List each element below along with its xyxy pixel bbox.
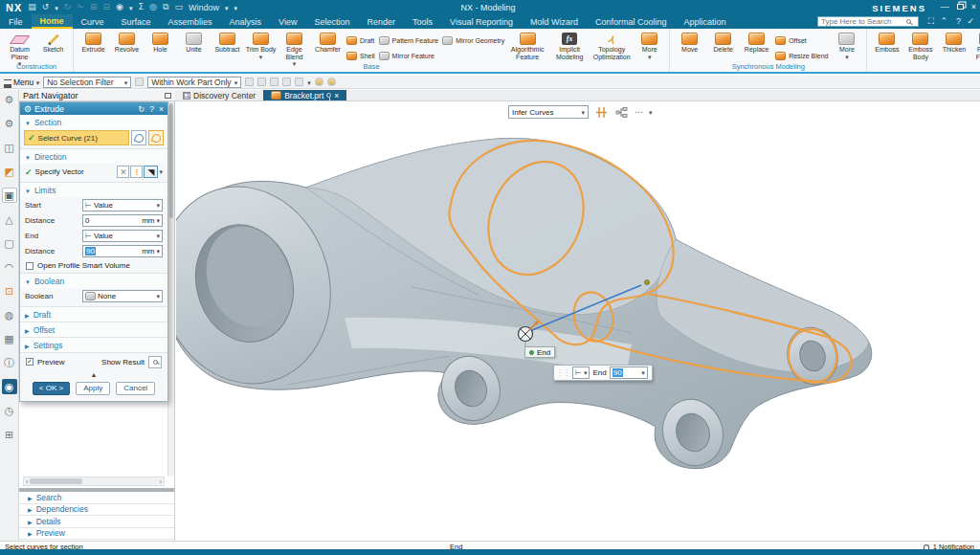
render-style-icon[interactable] (315, 78, 323, 86)
offset-button[interactable]: Offset (773, 33, 830, 48)
apply-button[interactable]: Apply (76, 382, 110, 395)
trim-body-button[interactable]: Trim Body (244, 31, 278, 60)
thicken-button[interactable]: Thicken (937, 31, 970, 54)
shaded-view-icon[interactable] (327, 78, 336, 86)
snap-point-icon[interactable] (245, 78, 254, 86)
reuse-library-icon[interactable]: △ (2, 211, 17, 227)
section-header-section[interactable]: Section (20, 115, 167, 129)
tab-curve[interactable]: Curve (73, 14, 113, 29)
undock-icon[interactable] (165, 93, 171, 99)
more-caret-icon[interactable] (648, 54, 652, 61)
search-input[interactable] (818, 17, 906, 26)
tab-render[interactable]: Render (359, 14, 405, 29)
command-finder-mic-icon[interactable]: ⵉ (138, 3, 144, 11)
follow-curve-icon[interactable] (614, 105, 629, 119)
preview-checkbox[interactable]: ✓ (26, 358, 33, 366)
restore-button[interactable] (957, 4, 964, 10)
end-distance-input[interactable]: 90mm (82, 245, 163, 257)
drag-grip-icon[interactable]: ⋮⋮ (556, 368, 569, 377)
section-dependencies[interactable]: Dependencies (19, 504, 174, 517)
tab-visual-reporting[interactable]: Visual Reporting (441, 14, 522, 29)
window-menu-caret-icon[interactable] (225, 3, 229, 12)
paste-icon[interactable]: ⊟ (103, 3, 111, 11)
snap-options-caret-icon[interactable] (307, 78, 311, 87)
confirm-icon[interactable]: ✓ (967, 16, 974, 26)
copy-icon[interactable]: ⊞ (90, 3, 98, 11)
menu-button[interactable]: Menu (4, 78, 39, 87)
dialog-header[interactable]: ⚙ Extrude ↻ ? × (20, 102, 167, 115)
renew-feature-button[interactable]: Renew Feature (970, 31, 980, 60)
undo-dropdown-icon[interactable] (55, 3, 58, 12)
chamfer-button[interactable]: Chamfer (311, 31, 345, 54)
save-icon[interactable]: ▤ (28, 3, 36, 11)
base-more-button[interactable]: More (633, 31, 666, 60)
scrollbar-thumb[interactable] (30, 478, 82, 484)
onscreen-distance-input[interactable]: 90 (610, 366, 648, 379)
bracket-3d-model[interactable] (176, 101, 980, 541)
open-profile-checkbox[interactable] (26, 262, 33, 270)
pattern-feature-button[interactable]: Pattern Feature (377, 33, 441, 48)
sketch-section-button[interactable] (148, 130, 164, 145)
end-type-dropdown[interactable]: ⊢Value (82, 230, 163, 242)
algorithmic-feature-button[interactable]: Algorithmic Feature (506, 31, 548, 60)
scope-dropdown[interactable]: Within Work Part Only (147, 77, 241, 88)
tab-surface[interactable]: Surface (113, 14, 160, 29)
scrollbar-thumb[interactable] (169, 103, 173, 218)
tab-home[interactable]: Home (32, 14, 73, 29)
minimize-ribbon-icon[interactable]: ⌃ (940, 16, 947, 26)
capture-icon[interactable]: ◉ (116, 3, 123, 11)
boolean-dropdown[interactable]: None (82, 290, 163, 302)
selection-filter-dropdown[interactable]: No Selection Filter (43, 77, 131, 88)
cascade-windows-icon[interactable]: ⧉ (163, 3, 168, 11)
hd3d-tools-icon[interactable]: ▢ (2, 235, 17, 251)
stop-at-intersection-icon[interactable] (594, 105, 609, 119)
tab-selection[interactable]: Selection (305, 14, 358, 29)
intersection-snap-icon[interactable] (282, 78, 291, 86)
tab-file[interactable]: File (0, 14, 32, 29)
capture-dropdown-icon[interactable] (129, 3, 133, 12)
qat-customize-icon[interactable] (234, 3, 237, 12)
filter-icon[interactable] (135, 78, 144, 86)
section-header-offset[interactable]: Offset (20, 322, 167, 337)
tab-analysis[interactable]: Analysis (221, 14, 271, 29)
dialog-close-icon[interactable]: × (159, 104, 164, 114)
implicit-modeling-button[interactable]: Implicit Modeling (548, 31, 590, 60)
revolve-button[interactable]: Revolve (110, 31, 144, 54)
section-header-boolean[interactable]: Boolean (20, 274, 167, 288)
clear-vector-icon[interactable]: ✕ (117, 166, 129, 178)
tab-conformal-cooling[interactable]: Conformal Cooling (587, 14, 676, 29)
cut-icon[interactable]: ✁ (77, 3, 84, 11)
vector-dialog-icon[interactable]: ◥ (144, 166, 158, 178)
arc-center-snap-icon[interactable] (295, 78, 303, 86)
constraint-navigator-icon[interactable]: ◫ (2, 140, 17, 155)
section-details[interactable]: Details (19, 516, 174, 528)
section-preview[interactable]: Preview (19, 528, 174, 541)
internet-explorer-icon[interactable]: ◉ (2, 379, 17, 394)
tab-tools[interactable]: Tools (404, 14, 441, 29)
manage-icon[interactable]: ⓘ (2, 355, 17, 370)
reset-icon[interactable]: ↻ (138, 104, 145, 114)
measure-icon[interactable]: ◍ (2, 307, 17, 322)
sync-more-button[interactable]: More (830, 31, 863, 60)
open-profile-row[interactable]: Open Profile Smart Volume (20, 258, 167, 273)
layers-icon[interactable]: ⊡ (2, 283, 17, 299)
inferred-vector-icon[interactable]: ! (130, 166, 143, 178)
process-studio-icon[interactable]: ▦ (2, 331, 17, 346)
minimize-button[interactable]: — (941, 2, 949, 11)
trim-body-caret-icon[interactable] (259, 54, 263, 61)
section-header-direction[interactable]: Direction (20, 149, 167, 164)
scroll-right-arrow[interactable]: › (160, 478, 162, 485)
ok-button[interactable]: < OK > (33, 382, 70, 395)
tab-discovery-center[interactable]: Discovery Center (175, 90, 263, 100)
delete-button[interactable]: Delete (706, 31, 740, 54)
tab-mold-wizard[interactable]: Mold Wizard (522, 14, 587, 29)
window-menu[interactable]: Window (189, 3, 219, 12)
tab-bracket-part[interactable]: Bracket.prt × (263, 90, 346, 100)
dialog-collapse-handle[interactable]: ▲ (20, 371, 167, 379)
curve-rule-dropdown[interactable]: Infer Curves (508, 105, 589, 119)
start-type-dropdown[interactable]: ⊢Value (82, 199, 163, 211)
mirror-feature-button[interactable]: Mirror Feature (377, 48, 441, 63)
part-navigator-icon[interactable]: ▣ (2, 188, 17, 203)
tab-assemblies[interactable]: Assemblies (160, 14, 221, 29)
close-tab-icon[interactable]: × (334, 91, 339, 100)
